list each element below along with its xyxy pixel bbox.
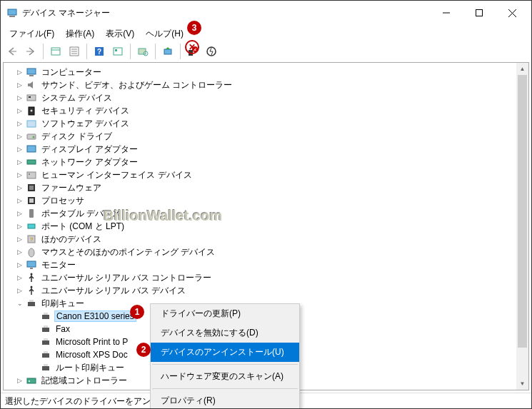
expand-icon[interactable]: [29, 325, 39, 334]
tree-item-label: 記憶域コントローラー: [40, 375, 129, 387]
expand-icon[interactable]: ▷: [15, 273, 24, 283]
ctx-properties[interactable]: プロパティ(R): [151, 391, 299, 409]
tree-item[interactable]: ▷サウンド、ビデオ、およびゲーム コントローラー: [4, 79, 528, 91]
svg-rect-49: [28, 302, 35, 306]
expand-icon[interactable]: ▷: [15, 222, 24, 231]
back-button[interactable]: [4, 43, 21, 60]
svg-rect-60: [44, 364, 48, 366]
forward-button[interactable]: [22, 43, 39, 60]
tree-item[interactable]: ▷ポータブル デバイス: [4, 207, 528, 220]
tree-item[interactable]: ▷コンピューター: [4, 66, 528, 79]
tree-item-label: ユニバーサル シリアル バス コントローラー: [40, 272, 213, 284]
expand-icon[interactable]: [29, 312, 39, 321]
expand-icon[interactable]: [29, 363, 39, 373]
expand-icon[interactable]: ▷: [15, 171, 24, 180]
svg-rect-57: [42, 353, 49, 358]
expand-icon[interactable]: ▷: [15, 183, 24, 193]
device-icon: [26, 285, 37, 296]
scan-button[interactable]: [134, 43, 151, 60]
tree-item-label: Fax: [54, 324, 71, 334]
tree-item[interactable]: ▷ユニバーサル シリアル バス コントローラー: [4, 271, 528, 284]
tree-item[interactable]: ▷ネットワーク アダプター: [4, 156, 528, 168]
disable-device-button[interactable]: [203, 43, 220, 60]
expand-icon[interactable]: [29, 338, 39, 347]
expand-icon[interactable]: ▷: [15, 81, 24, 90]
tree-item[interactable]: ▷ポート (COM と LPT): [4, 220, 528, 233]
expand-icon[interactable]: ▷: [15, 196, 24, 206]
menu-view[interactable]: 表示(V): [100, 26, 140, 39]
menu-action[interactable]: 操作(A): [60, 26, 100, 39]
svg-rect-51: [42, 315, 49, 319]
device-icon: [40, 336, 51, 348]
expand-icon[interactable]: ▷: [15, 286, 24, 296]
device-icon: [26, 272, 37, 283]
action-button[interactable]: [109, 43, 126, 60]
update-driver-button[interactable]: [159, 43, 176, 60]
tree-item[interactable]: ▷ヒューマン インターフェイス デバイス: [4, 168, 528, 181]
tree-item-label: プロセッサ: [40, 195, 86, 207]
svg-rect-56: [44, 338, 48, 340]
show-hidden-button[interactable]: [47, 43, 64, 60]
tree-item-label: システム デバイス: [40, 92, 114, 104]
expand-icon[interactable]: ▷: [15, 248, 24, 257]
expand-icon[interactable]: ▷: [15, 235, 24, 244]
expand-icon[interactable]: ▷: [15, 145, 24, 154]
tree-item[interactable]: ▷ソフトウェア デバイス: [4, 117, 528, 130]
tree-item[interactable]: ▷ディスプレイ アダプター: [4, 143, 528, 156]
expand-icon[interactable]: ▷: [15, 119, 24, 128]
device-icon: [40, 349, 51, 360]
ctx-scan-hardware[interactable]: ハードウェア変更のスキャン(A): [151, 367, 299, 386]
device-icon: [26, 195, 37, 206]
tree-item-label: ポート (COM と LPT): [40, 221, 126, 233]
tree-item[interactable]: ▷セキュリティ デバイス: [4, 104, 528, 117]
svg-rect-23: [27, 69, 36, 74]
device-icon: [26, 118, 37, 129]
ctx-uninstall-device[interactable]: デバイスのアンインストール(U): [151, 343, 299, 362]
tree-item[interactable]: ▷ユニバーサル シリアル バス デバイス: [4, 284, 528, 297]
vertical-scrollbar[interactable]: ▲ ▼: [516, 63, 528, 390]
tree-item-label: Microsoft XPS Doc: [54, 350, 129, 360]
expand-icon[interactable]: ▷: [15, 158, 24, 167]
svg-rect-18: [164, 49, 171, 54]
scroll-up-button[interactable]: ▲: [516, 63, 528, 75]
maximize-button[interactable]: [463, 1, 496, 25]
minimize-button[interactable]: [430, 1, 463, 25]
expand-icon[interactable]: [29, 350, 39, 360]
tree-item[interactable]: ▷プロセッサ: [4, 194, 528, 207]
tree-item[interactable]: ▷マウスとそのほかのポインティング デバイス: [4, 246, 528, 258]
annotation-marker-3: 3: [187, 21, 201, 35]
tree-item[interactable]: ▷?ほかのデバイス: [4, 233, 528, 246]
tree-item-label: 印刷キュー: [40, 298, 86, 310]
expand-icon[interactable]: ▷: [15, 94, 24, 103]
expand-icon[interactable]: ▷: [15, 261, 24, 270]
tree-item[interactable]: ▷モニター: [4, 258, 528, 271]
device-icon: [26, 105, 37, 116]
device-icon: ?: [26, 233, 37, 245]
expand-icon[interactable]: ▷: [15, 376, 24, 385]
tree-item[interactable]: ▷ファームウェア: [4, 181, 528, 194]
properties-button[interactable]: [66, 43, 83, 60]
menu-help[interactable]: ヘルプ(H): [140, 26, 189, 39]
svg-rect-3: [476, 10, 483, 16]
ctx-disable-device[interactable]: デバイスを無効にする(D): [151, 323, 299, 343]
tree-item[interactable]: ▷システム デバイス: [4, 91, 528, 104]
svg-rect-46: [30, 268, 33, 269]
scroll-down-button[interactable]: ▼: [516, 378, 528, 390]
svg-point-62: [29, 380, 30, 382]
tree-item-label: サウンド、ビデオ、およびゲーム コントローラー: [40, 79, 234, 91]
expand-icon[interactable]: ▷: [15, 209, 24, 218]
tree-item[interactable]: ▷ディスク ドライブ: [4, 130, 528, 143]
expand-icon[interactable]: ▷: [15, 132, 24, 141]
device-icon: [26, 131, 37, 142]
help-button[interactable]: ?: [91, 43, 108, 60]
menu-file[interactable]: ファイル(F): [4, 26, 60, 39]
tree-item-label: ほかのデバイス: [40, 233, 103, 246]
expand-icon[interactable]: ▷: [15, 68, 24, 77]
tree-item-label: Canon E3100 series: [54, 310, 136, 322]
svg-rect-50: [29, 300, 34, 302]
scroll-thumb[interactable]: [518, 75, 527, 348]
expand-icon[interactable]: ▷: [15, 106, 24, 116]
close-button[interactable]: [496, 1, 528, 25]
expand-icon[interactable]: ⌄: [15, 299, 24, 308]
ctx-update-driver[interactable]: ドライバーの更新(P): [151, 304, 299, 323]
